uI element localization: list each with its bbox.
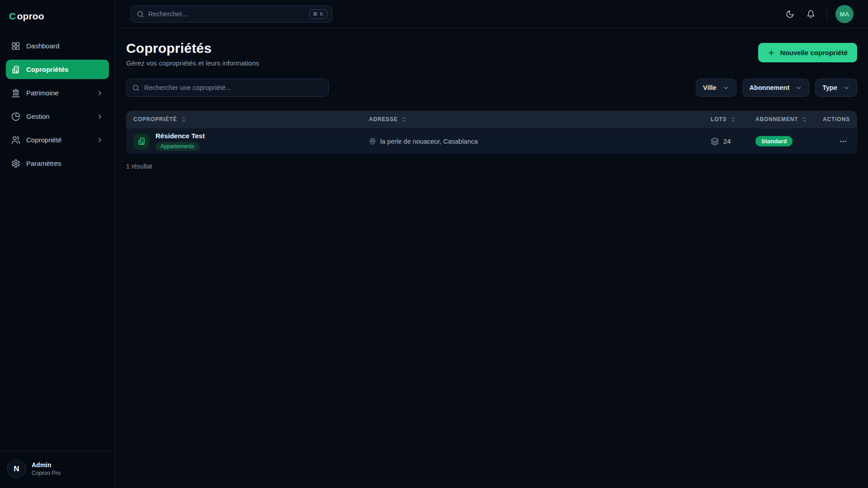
layers-icon bbox=[711, 137, 719, 145]
topbar-divider bbox=[827, 8, 827, 20]
column-header-adresse[interactable]: Adresse bbox=[362, 116, 703, 122]
page-header: Copropriétés Gérez vos copropriétés et l… bbox=[126, 41, 857, 67]
topbar-actions: MA bbox=[782, 5, 854, 23]
logo-text: oproo bbox=[17, 11, 44, 21]
notifications-button[interactable] bbox=[802, 6, 819, 22]
sidebar-item-label: Copropriété bbox=[26, 136, 61, 144]
column-header-copropriete[interactable]: Copropriété bbox=[126, 116, 362, 122]
global-search[interactable]: ⌘ K bbox=[131, 5, 332, 23]
grid-icon bbox=[11, 42, 20, 51]
sidebar-item-label: Patrimoine bbox=[26, 89, 59, 97]
plus-icon bbox=[768, 49, 775, 56]
filter-type[interactable]: Type bbox=[815, 79, 857, 97]
chevron-down-icon bbox=[795, 84, 802, 91]
sidebar-item-label: Copropriétés bbox=[26, 66, 68, 73]
sort-icon bbox=[802, 117, 807, 122]
copropriete-cell: Résidence Test Appartements bbox=[126, 132, 362, 151]
table-search[interactable] bbox=[126, 79, 329, 97]
chevron-right-icon bbox=[96, 89, 104, 97]
chevron-right-icon bbox=[96, 113, 104, 120]
sidebar-user-card[interactable]: N Admin Coproo Pro bbox=[0, 451, 115, 488]
sidebar-item-label: Dashboard bbox=[26, 42, 59, 50]
user-name: Admin bbox=[32, 461, 61, 469]
subscription-cell: Standard bbox=[748, 136, 817, 146]
new-copropriete-button[interactable]: Nouvelle copropriété bbox=[758, 43, 857, 62]
chevron-down-icon bbox=[722, 84, 729, 91]
results-count: 1 résultat bbox=[126, 163, 857, 170]
sort-icon bbox=[181, 117, 187, 122]
table-search-input[interactable] bbox=[144, 84, 323, 91]
building-icon bbox=[11, 65, 20, 74]
global-search-input[interactable] bbox=[148, 10, 305, 18]
row-actions-button[interactable] bbox=[836, 135, 850, 148]
moon-icon bbox=[786, 10, 794, 19]
copropriete-name: Résidence Test bbox=[156, 132, 205, 140]
gear-icon bbox=[11, 159, 20, 168]
lots-count: 24 bbox=[723, 137, 731, 145]
search-icon bbox=[132, 84, 140, 92]
filter-bar: Ville Abonnement Type bbox=[126, 79, 857, 97]
page-title: Copropriétés bbox=[126, 41, 259, 56]
copropriete-info: Résidence Test Appartements bbox=[156, 132, 205, 151]
sidebar-nav: Dashboard Copropriétés Patrimoine Gestio… bbox=[0, 30, 115, 451]
table-header: Copropriété Adresse Lots Abonnement Acti… bbox=[126, 111, 857, 128]
filter-type-label: Type bbox=[822, 84, 837, 91]
column-header-actions: Actions bbox=[817, 116, 857, 122]
map-pin-icon bbox=[369, 138, 376, 145]
users-icon bbox=[11, 136, 20, 145]
address-text: la perle de nouaceur, Casablanca bbox=[380, 138, 478, 145]
app-logo[interactable]: Coproo bbox=[0, 0, 115, 30]
address-cell: la perle de nouaceur, Casablanca bbox=[362, 138, 703, 145]
building-icon bbox=[133, 133, 150, 150]
sidebar-item-label: Paramètres bbox=[26, 160, 61, 167]
filter-ville-label: Ville bbox=[703, 84, 717, 91]
main-content: Copropriétés Gérez vos copropriétés et l… bbox=[115, 28, 868, 488]
sidebar-item-label: Gestion bbox=[26, 113, 50, 120]
pie-chart-icon bbox=[11, 112, 20, 121]
type-badge: Appartements bbox=[156, 142, 199, 151]
theme-toggle-button[interactable] bbox=[782, 6, 798, 22]
table-row[interactable]: Résidence Test Appartements la perle de … bbox=[126, 128, 857, 154]
page-subtitle: Gérez vos copropriétés et leurs informat… bbox=[126, 59, 259, 67]
shortcut-badge: ⌘ K bbox=[309, 9, 327, 19]
subscription-badge: Standard bbox=[755, 136, 793, 146]
landmark-icon bbox=[11, 89, 20, 98]
sidebar-item-dashboard[interactable]: Dashboard bbox=[6, 36, 109, 56]
ellipsis-icon bbox=[839, 137, 847, 145]
account-avatar[interactable]: MA bbox=[835, 5, 854, 23]
filter-dropdowns: Ville Abonnement Type bbox=[696, 79, 857, 97]
new-copropriete-label: Nouvelle copropriété bbox=[780, 49, 848, 56]
filter-ville[interactable]: Ville bbox=[696, 79, 736, 97]
sidebar-item-coproprietes[interactable]: Copropriétés bbox=[6, 60, 109, 79]
sort-icon bbox=[401, 117, 407, 122]
sidebar-item-gestion[interactable]: Gestion bbox=[6, 107, 109, 126]
chevron-down-icon bbox=[843, 84, 850, 91]
bell-icon bbox=[807, 10, 815, 19]
logo-letter: C bbox=[9, 11, 16, 21]
column-header-lots[interactable]: Lots bbox=[703, 116, 748, 122]
column-header-abonnement[interactable]: Abonnement bbox=[748, 116, 817, 122]
user-info: Admin Coproo Pro bbox=[32, 461, 61, 476]
coproprietes-table: Copropriété Adresse Lots Abonnement Acti… bbox=[126, 111, 857, 154]
actions-cell bbox=[817, 135, 857, 148]
topbar: ⌘ K MA bbox=[115, 0, 868, 28]
user-avatar: N bbox=[7, 460, 26, 478]
page-title-block: Copropriétés Gérez vos copropriétés et l… bbox=[126, 41, 259, 67]
sidebar-item-copropriete[interactable]: Copropriété bbox=[6, 130, 109, 150]
filter-abonnement-label: Abonnement bbox=[750, 84, 790, 91]
filter-abonnement[interactable]: Abonnement bbox=[742, 79, 810, 97]
lots-cell: 24 bbox=[703, 137, 748, 145]
sidebar: Coproo Dashboard Copropriétés Patrimoine… bbox=[0, 0, 115, 488]
sidebar-item-parametres[interactable]: Paramètres bbox=[6, 154, 109, 173]
sort-icon bbox=[730, 117, 736, 122]
sidebar-item-patrimoine[interactable]: Patrimoine bbox=[6, 83, 109, 103]
chevron-right-icon bbox=[96, 136, 104, 144]
search-icon bbox=[137, 10, 144, 18]
user-plan: Coproo Pro bbox=[32, 470, 61, 476]
